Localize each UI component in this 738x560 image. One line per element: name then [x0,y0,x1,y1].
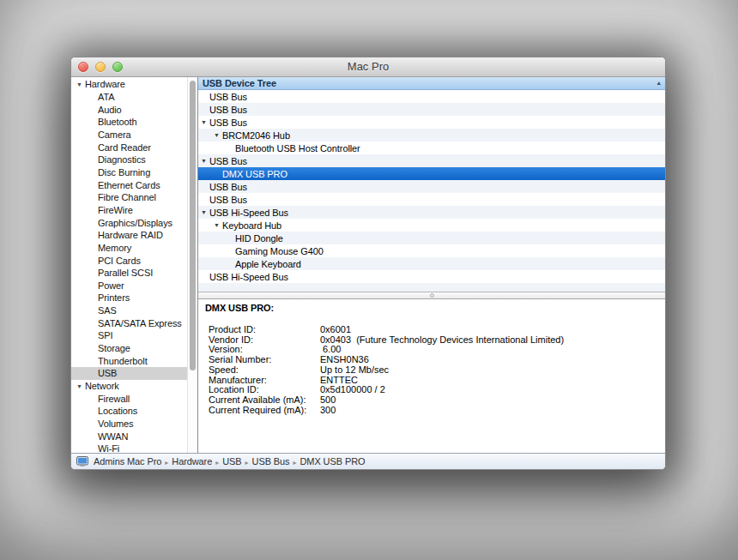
title-bar[interactable]: Mac Pro [71,57,665,77]
sidebar-scrollbar[interactable] [187,77,197,453]
disclosure-triangle-icon[interactable]: ▼ [201,209,209,215]
tree-row[interactable]: ▼USB Bus [198,154,665,167]
sidebar-item-bluetooth[interactable]: Bluetooth [71,116,197,129]
sidebar-item-thunderbolt[interactable]: Thunderbolt [71,354,197,367]
detail-field-row: Current Available (mA):500 [209,395,658,406]
minimize-button[interactable] [95,62,106,72]
tree-row-label: BRCM2046 Hub [222,130,290,141]
disclosure-triangle-icon[interactable]: ▼ [214,132,222,138]
detail-field-value: Up to 12 Mb/sec [320,365,389,376]
tree-row[interactable]: USB Bus [198,193,665,206]
tree-row[interactable]: ▼Keyboard Hub [198,219,665,232]
sidebar-item-camera[interactable]: Camera [71,129,197,142]
tree-column-header-label: USB Device Tree [203,78,276,88]
status-bar: Admins Mac Pro▸Hardware▸USB▸USB Bus▸DMX … [71,453,665,469]
sidebar-item-power[interactable]: Power [71,280,197,292]
tree-row[interactable]: USB Bus [198,180,665,193]
sidebar-item-pci-cards[interactable]: PCI Cards [71,254,197,267]
pane-splitter[interactable] [198,292,665,299]
sidebar-item-ethernet-cards[interactable]: Ethernet Cards [71,178,197,191]
breadcrumb-item: USB Bus [252,456,290,467]
detail-field-row: Version: 6.00 [209,345,658,355]
sidebar-item-wi-fi[interactable]: Wi-Fi [71,443,197,453]
breadcrumb-item: USB [222,456,241,467]
sidebar: ▼HardwareATAAudioBluetoothCameraCard Rea… [71,77,198,453]
tree-row[interactable]: ▼BRCM2046 Hub [198,129,665,142]
tree-row[interactable]: USB Bus [198,90,665,103]
usb-device-tree: USB BusUSB Bus▼USB Bus▼BRCM2046 HubBluet… [198,90,665,292]
system-information-window: Mac Pro ▼HardwareATAAudioBluetoothCamera… [70,57,666,470]
sidebar-item-fibre-channel[interactable]: Fibre Channel [71,191,197,204]
sidebar-item-disc-burning[interactable]: Disc Burning [71,166,197,179]
sidebar-item-card-reader[interactable]: Card Reader [71,141,197,154]
sidebar-group-hardware[interactable]: ▼Hardware [71,78,197,91]
sidebar-item-firewire[interactable]: FireWire [71,204,197,217]
sidebar-item-audio[interactable]: Audio [71,103,197,116]
sidebar-item-graphics-displays[interactable]: Graphics/Displays [71,216,197,229]
sidebar-item-label: Volumes [98,418,134,429]
sidebar-item-sata-sata-express[interactable]: SATA/SATA Express [71,316,197,329]
sidebar-item-label: Ethernet Cards [98,180,160,190]
sidebar-item-label: WWAN [98,431,128,442]
sidebar-item-spi[interactable]: SPI [71,329,197,342]
detail-fields: Product ID:0x6001Vendor ID:0x0403 (Futur… [205,325,658,415]
sidebar-item-ata[interactable]: ATA [71,91,197,104]
detail-pane: DMX USB PRO: Product ID:0x6001Vendor ID:… [198,299,665,453]
tree-row[interactable]: Gaming Mouse G400 [198,244,665,257]
tree-row[interactable]: USB Hi-Speed Bus [198,270,665,283]
detail-field-row: Vendor ID:0x0403 (Future Technology Devi… [209,335,658,346]
detail-field-value: 0x6001 [320,325,351,335]
sidebar-item-volumes[interactable]: Volumes [71,418,197,431]
disclosure-triangle-icon[interactable]: ▼ [201,119,209,125]
tree-row-label: USB Bus [209,92,247,102]
traffic-lights [78,62,123,72]
tree-row[interactable]: ▼USB Bus [198,116,665,129]
sidebar-item-locations[interactable]: Locations [71,405,197,418]
disclosure-triangle-icon[interactable]: ▼ [214,222,222,228]
detail-field-label: Current Available (mA): [209,395,320,406]
sidebar-item-diagnostics[interactable]: Diagnostics [71,154,197,166]
disclosure-triangle-icon[interactable]: ▼ [76,382,85,388]
disclosure-triangle-icon[interactable]: ▼ [76,81,85,87]
sidebar-group-network[interactable]: ▼Network [71,380,197,393]
tree-row-label: Gaming Mouse G400 [235,246,324,256]
sidebar-item-firewall[interactable]: Firewall [71,392,197,405]
sidebar-item-parallel-scsi[interactable]: Parallel SCSI [71,267,197,280]
tree-row[interactable]: ▼USB Hi-Speed Bus [198,206,665,219]
tree-column-header[interactable]: USB Device Tree ▲ [198,77,665,90]
sidebar-item-label: Card Reader [98,142,151,153]
sidebar-item-label: Disc Burning [98,167,150,178]
sidebar-item-memory[interactable]: Memory [71,242,197,255]
tree-row-label: DMX USB PRO [222,169,287,179]
detail-field-value: 500 [320,395,336,406]
sidebar-item-label: Camera [98,129,131,140]
sidebar-item-printers[interactable]: Printers [71,292,197,304]
breadcrumb-separator-icon: ▸ [165,459,168,467]
sidebar-item-label: Thunderbolt [98,356,148,366]
tree-row-label: USB Bus [209,182,247,192]
breadcrumb-item: DMX USB PRO [300,456,366,467]
sidebar-item-usb[interactable]: USB [71,367,198,380]
sidebar-item-storage[interactable]: Storage [71,342,197,355]
tree-row[interactable]: DMX USB PRO [198,167,665,180]
sidebar-item-label: SPI [98,330,112,340]
tree-row[interactable]: USB Bus [198,103,665,116]
breadcrumb-item: Admins Mac Pro [94,456,161,467]
tree-row[interactable]: Bluetooth USB Host Controller [198,142,665,154]
sidebar-scrollbar-thumb[interactable] [190,81,196,370]
splitter-grip-icon [430,293,434,298]
sidebar-item-label: Firewall [98,394,130,404]
tree-row[interactable]: Apple Keyboard [198,257,665,270]
sidebar-item-hardware-raid[interactable]: Hardware RAID [71,229,197,242]
sidebar-item-label: Wi-Fi [98,443,119,453]
zoom-button[interactable] [112,62,123,72]
sidebar-item-label: Fibre Channel [98,192,156,202]
tree-row[interactable]: HID Dongle [198,232,665,244]
tree-row[interactable] [198,283,665,292]
disclosure-triangle-icon[interactable]: ▼ [201,158,209,164]
sidebar-item-sas[interactable]: SAS [71,304,197,317]
tree-row-label: Keyboard Hub [222,220,281,231]
sidebar-item-wwan[interactable]: WWAN [71,430,197,443]
close-button[interactable] [78,62,88,72]
sidebar-item-label: Memory [98,243,131,253]
